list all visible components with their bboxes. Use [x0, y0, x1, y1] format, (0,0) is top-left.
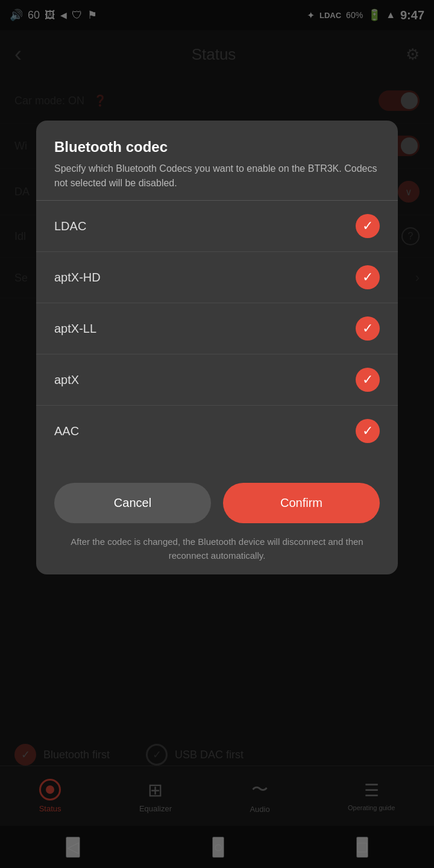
dialog-buttons: Cancel Confirm [36, 468, 398, 529]
codec-check-aptxll: ✓ [356, 316, 380, 341]
codec-item-aac[interactable]: AAC ✓ [36, 406, 398, 456]
codec-item-ldac[interactable]: LDAC ✓ [36, 201, 398, 252]
confirm-button[interactable]: Confirm [223, 483, 380, 523]
codec-list: LDAC ✓ aptX-HD ✓ aptX-LL ✓ aptX ✓ [36, 201, 398, 456]
checkmark-icon: ✓ [362, 424, 373, 438]
checkmark-icon: ✓ [362, 322, 373, 335]
codec-name-ldac: LDAC [54, 219, 86, 233]
codec-check-aac: ✓ [356, 419, 380, 443]
dialog-title: Bluetooth codec [54, 139, 380, 156]
codec-name-aptx: aptX [54, 373, 79, 387]
checkmark-icon: ✓ [362, 219, 373, 233]
dialog-header: Bluetooth codec Specify which Bluetooth … [36, 121, 398, 200]
codec-name-aptxhd: aptX-HD [54, 271, 101, 285]
codec-check-ldac: ✓ [356, 214, 380, 238]
codec-check-aptxhd: ✓ [356, 265, 380, 289]
bluetooth-codec-dialog: Bluetooth codec Specify which Bluetooth … [36, 121, 398, 574]
codec-item-aptxll[interactable]: aptX-LL ✓ [36, 303, 398, 354]
checkmark-icon: ✓ [362, 373, 373, 386]
dialog-footer-note: After the codec is changed, the Bluetoot… [36, 529, 398, 562]
checkmark-icon: ✓ [362, 271, 373, 284]
codec-name-aptxll: aptX-LL [54, 322, 96, 336]
dialog-subtitle: Specify which Bluetooth Codecs you want … [54, 162, 380, 190]
cancel-button[interactable]: Cancel [54, 483, 211, 523]
codec-check-aptx: ✓ [356, 368, 380, 392]
codec-name-aac: AAC [54, 424, 79, 438]
codec-item-aptxhd[interactable]: aptX-HD ✓ [36, 252, 398, 303]
codec-item-aptx[interactable]: aptX ✓ [36, 354, 398, 406]
